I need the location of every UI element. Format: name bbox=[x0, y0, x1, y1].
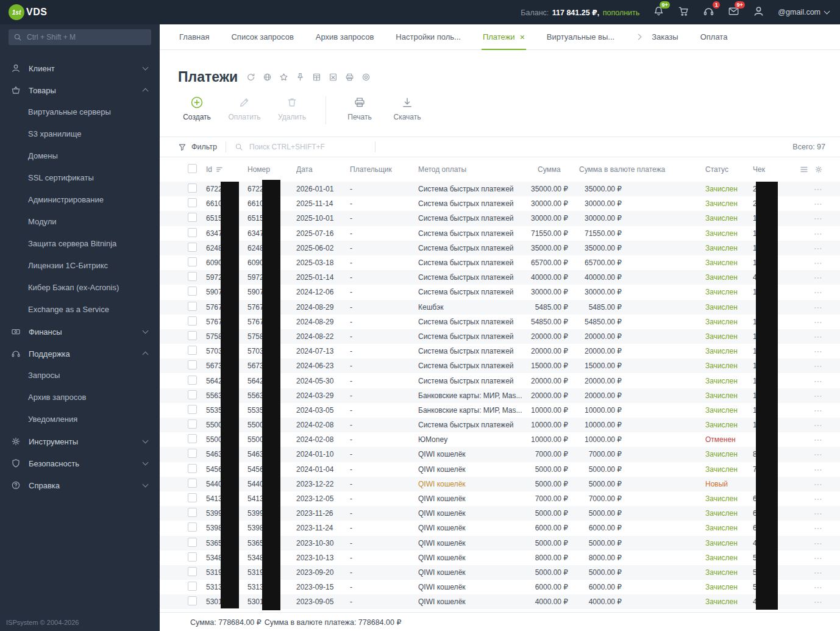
mail-button[interactable]: 9+ bbox=[728, 5, 739, 19]
row-menu-icon[interactable] bbox=[814, 449, 823, 459]
row-menu-icon[interactable] bbox=[814, 346, 823, 356]
print-icon[interactable] bbox=[345, 73, 354, 82]
column-header-amount-currency[interactable]: Сумма в валюте платежа bbox=[579, 165, 625, 174]
sidebar-section-6[interactable]: Справка bbox=[0, 474, 160, 496]
row-menu-icon[interactable] bbox=[814, 420, 823, 430]
row-checkbox[interactable] bbox=[188, 434, 197, 443]
column-header-status[interactable]: Статус bbox=[705, 165, 753, 174]
sidebar-item[interactable]: SSL сертификаты bbox=[0, 167, 160, 189]
row-menu-icon[interactable] bbox=[814, 391, 823, 401]
row-menu-icon[interactable] bbox=[814, 465, 823, 474]
sidebar-item[interactable]: Администрирование bbox=[0, 189, 160, 211]
row-checkbox[interactable] bbox=[188, 596, 197, 605]
column-header-id[interactable]: Id bbox=[206, 165, 247, 174]
row-menu-icon[interactable] bbox=[814, 258, 823, 268]
column-header-check[interactable]: Чек bbox=[753, 165, 796, 174]
sidebar-section-1[interactable]: Товары bbox=[0, 79, 160, 101]
table-search[interactable] bbox=[235, 142, 357, 152]
column-header-amount[interactable]: Сумма bbox=[530, 165, 572, 174]
hamburger-icon[interactable] bbox=[800, 165, 808, 174]
row-menu-icon[interactable] bbox=[814, 553, 823, 563]
row-menu-icon[interactable] bbox=[814, 287, 823, 297]
row-menu-icon[interactable] bbox=[814, 361, 823, 371]
sidebar-section-5[interactable]: Безопасность bbox=[0, 452, 160, 474]
row-menu-icon[interactable] bbox=[814, 494, 823, 504]
row-checkbox[interactable] bbox=[188, 464, 197, 473]
nav-tab-2[interactable]: Архив запросов bbox=[316, 24, 374, 50]
row-menu-icon[interactable] bbox=[814, 302, 823, 312]
nav-tab-5[interactable]: Виртуальные вы... bbox=[547, 24, 614, 50]
row-checkbox[interactable] bbox=[188, 522, 197, 532]
row-checkbox[interactable] bbox=[188, 376, 197, 385]
row-checkbox[interactable] bbox=[188, 552, 197, 561]
toolbar-button-3[interactable]: Печать bbox=[336, 94, 383, 121]
tab-close-icon[interactable]: × bbox=[520, 33, 525, 41]
row-menu-icon[interactable] bbox=[814, 229, 823, 238]
row-checkbox[interactable] bbox=[188, 316, 197, 326]
tabs-scroll-icon[interactable] bbox=[636, 34, 642, 40]
row-checkbox[interactable] bbox=[188, 198, 197, 207]
row-checkbox[interactable] bbox=[188, 287, 197, 296]
sidebar-section-4[interactable]: Инструменты bbox=[0, 430, 160, 452]
sidebar-item[interactable]: Домены bbox=[0, 145, 160, 167]
row-menu-icon[interactable] bbox=[814, 508, 823, 518]
row-checkbox[interactable] bbox=[188, 405, 197, 414]
notifications-button[interactable]: 9+ bbox=[653, 5, 664, 19]
history-icon[interactable] bbox=[361, 73, 371, 82]
sidebar-item[interactable]: Exchange as a Service bbox=[0, 299, 160, 321]
row-menu-icon[interactable] bbox=[814, 376, 823, 386]
column-header-method[interactable]: Метод оплаты bbox=[418, 165, 530, 174]
row-menu-icon[interactable] bbox=[814, 317, 823, 327]
sidebar-item[interactable]: Лицензии 1С-Битрикс bbox=[0, 255, 160, 277]
row-checkbox[interactable] bbox=[188, 228, 197, 237]
cart-button[interactable] bbox=[678, 5, 689, 19]
row-checkbox[interactable] bbox=[188, 390, 197, 399]
sidebar-section-2[interactable]: Финансы bbox=[0, 321, 160, 343]
sidebar-item[interactable]: Модули bbox=[0, 211, 160, 233]
row-menu-icon[interactable] bbox=[814, 184, 823, 194]
row-menu-icon[interactable] bbox=[814, 568, 823, 577]
nav-tab-6[interactable]: Заказы bbox=[652, 24, 678, 50]
nav-tab-7[interactable]: Оплата bbox=[700, 24, 728, 50]
row-checkbox[interactable] bbox=[188, 346, 197, 355]
topup-link[interactable]: пополнить bbox=[603, 9, 640, 17]
row-checkbox[interactable] bbox=[188, 567, 197, 576]
row-checkbox[interactable] bbox=[188, 419, 197, 429]
row-menu-icon[interactable] bbox=[814, 199, 823, 209]
row-menu-icon[interactable] bbox=[814, 213, 823, 223]
select-all-checkbox[interactable] bbox=[188, 164, 197, 173]
toolbar-button-0[interactable]: Создать bbox=[173, 94, 221, 121]
row-menu-icon[interactable] bbox=[814, 538, 823, 548]
row-menu-icon[interactable] bbox=[814, 405, 823, 415]
sidebar-item[interactable]: Виртуальные серверы bbox=[0, 101, 160, 123]
sidebar-item[interactable]: Уведомления bbox=[0, 408, 160, 430]
global-search[interactable] bbox=[9, 29, 151, 45]
row-checkbox[interactable] bbox=[188, 272, 197, 281]
row-menu-icon[interactable] bbox=[814, 582, 823, 592]
nav-tab-3[interactable]: Настройки поль... bbox=[396, 24, 461, 50]
row-checkbox[interactable] bbox=[188, 493, 197, 502]
sidebar-section-3[interactable]: Поддержка bbox=[0, 343, 160, 365]
row-menu-icon[interactable] bbox=[814, 523, 823, 533]
table-icon[interactable] bbox=[312, 73, 321, 82]
global-search-input[interactable] bbox=[26, 32, 146, 42]
row-checkbox[interactable] bbox=[188, 582, 197, 591]
nav-tab-4[interactable]: Платежи× bbox=[483, 24, 525, 50]
filter-button[interactable]: Фильтр bbox=[178, 143, 217, 151]
row-checkbox[interactable] bbox=[188, 360, 197, 369]
pin-icon[interactable] bbox=[296, 73, 305, 82]
row-checkbox[interactable] bbox=[188, 213, 197, 222]
row-checkbox[interactable] bbox=[188, 243, 197, 252]
column-header-date[interactable]: Дата bbox=[296, 165, 350, 174]
row-checkbox[interactable] bbox=[188, 538, 197, 547]
sidebar-item[interactable]: Архив запросов bbox=[0, 387, 160, 408]
sort-icon[interactable] bbox=[216, 166, 223, 173]
row-checkbox[interactable] bbox=[188, 479, 197, 488]
sidebar-item[interactable]: Запросы bbox=[0, 365, 160, 387]
sidebar-item[interactable]: Кибер Бэкап (ex-Acronis) bbox=[0, 277, 160, 299]
row-menu-icon[interactable] bbox=[814, 479, 823, 489]
support-alerts-button[interactable]: 1 bbox=[703, 5, 714, 19]
row-checkbox[interactable] bbox=[188, 449, 197, 458]
toolbar-button-2[interactable]: Удалить bbox=[268, 94, 316, 121]
row-menu-icon[interactable] bbox=[814, 273, 823, 282]
